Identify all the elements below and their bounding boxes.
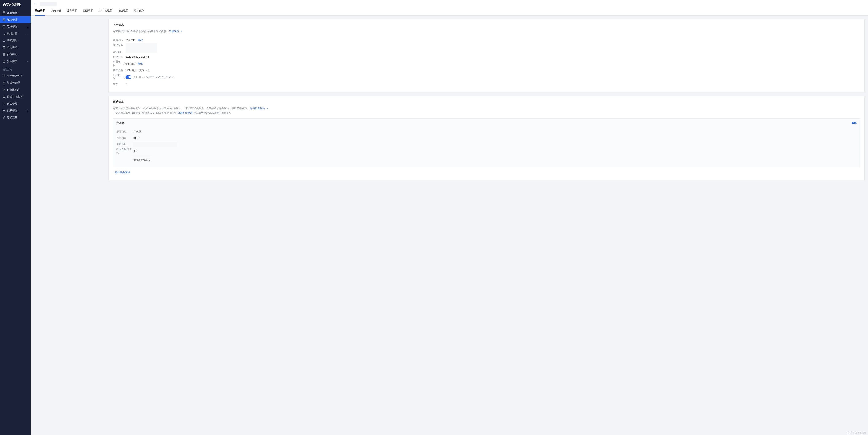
chevron-down-icon: ⌄ bbox=[26, 32, 28, 35]
primary-origin-card: 主源站 编辑 源站类型 COS源 回源协议 HTTP 源站地址 bbox=[113, 118, 860, 167]
origin-type-value: COS源 bbox=[133, 130, 141, 133]
sidebar-item-resource[interactable]: 资源包管理 bbox=[0, 80, 31, 86]
sidebar-item-stats[interactable]: 统计分析 ⌄ bbox=[0, 30, 31, 37]
origin-node-query-link[interactable]: 回源节点查询 bbox=[177, 112, 192, 114]
tab-https[interactable]: HTTPS配置 bbox=[99, 6, 112, 15]
lock-icon bbox=[2, 60, 5, 63]
advanced-origin-expander[interactable]: 高级回源配置 ▸ bbox=[133, 156, 150, 165]
region-modify-link[interactable]: 修改 bbox=[138, 38, 143, 42]
watermark: CSDN @放羊的牧码 bbox=[847, 431, 866, 434]
howto-origin-link[interactable]: 如何设置源站 ↗ bbox=[250, 107, 268, 110]
package-icon bbox=[2, 82, 5, 85]
ipv6-hint: 开启后，支持通过IPv6协议进行访问 bbox=[133, 75, 174, 79]
sidebar-item-label: 诊断工具 bbox=[7, 116, 17, 119]
sidebar-item-cert[interactable]: 证书管理 ⌄ bbox=[0, 23, 31, 30]
row-project: 所属项目i 默认项目 修改 bbox=[113, 60, 860, 67]
sidebar-item-label: 内容合规 bbox=[7, 102, 17, 105]
info-icon[interactable]: i bbox=[146, 69, 149, 72]
row-origin-proto: 回源协议 HTTP bbox=[117, 135, 857, 141]
shield-icon bbox=[2, 25, 5, 28]
tabs: 基础配置 访问控制 缓存配置 回源配置 HTTPS配置 高级配置 图片优化 bbox=[31, 6, 868, 15]
sidebar-group-label: 服务查询 bbox=[0, 65, 31, 72]
tab-image[interactable]: 图片优化 bbox=[134, 6, 144, 15]
svg-rect-13 bbox=[3, 103, 5, 105]
info-icon[interactable]: i bbox=[123, 76, 125, 79]
gauge-icon bbox=[2, 109, 5, 112]
sidebar-item-plugin[interactable]: 插件中心 bbox=[0, 51, 31, 58]
card-title: 基本信息 bbox=[113, 23, 860, 27]
sidebar-item-label: 安全防护 bbox=[7, 60, 17, 63]
sidebar-item-logs[interactable]: 日志服务 bbox=[0, 44, 31, 51]
row-accel-type: 加速类型 CDN 网页小文件 i bbox=[113, 67, 860, 73]
chevron-right-icon: ▸ bbox=[149, 159, 150, 161]
plugin-icon bbox=[2, 53, 5, 56]
tab-access[interactable]: 访问控制 bbox=[51, 6, 61, 15]
sidebar-item-compliance[interactable]: 内容合规 bbox=[0, 100, 31, 107]
chevron-down-icon: ⌄ bbox=[26, 26, 28, 28]
origin-info-card: 源站信息 您可以修改已有源站配置，或添加热备源站（仅支持自有源）。当回源请求失败… bbox=[108, 96, 865, 181]
sidebar-item-ip[interactable]: IP归属查询 bbox=[0, 86, 31, 93]
basic-info-card: 基本信息 您可根据实际业务需求修改域名的基本配置信息。 详细说明 ↗ 加速区域 … bbox=[108, 19, 865, 92]
sidebar-item-netmon[interactable]: 全网状态监控 bbox=[0, 72, 31, 80]
monitor-icon bbox=[2, 74, 5, 77]
sidebar-item-label: 回源节点查询 bbox=[7, 95, 22, 98]
globe-icon bbox=[2, 18, 5, 21]
chevron-down-icon: ⌄ bbox=[26, 110, 28, 112]
add-backup-origin-link[interactable]: + 添加热备源站 bbox=[113, 170, 860, 175]
sidebar-item-label: 刷新预热 bbox=[7, 39, 17, 42]
row-bucket-access: 私有存储桶访问 开启 bbox=[117, 147, 857, 155]
domain-name-redacted bbox=[40, 2, 57, 6]
row-domain-cname: 加速域名 CNAME bbox=[113, 43, 860, 54]
project-modify-link[interactable]: 修改 bbox=[138, 62, 143, 65]
topbar: ← bbox=[31, 0, 868, 6]
row-origin-addr: 源站地址 bbox=[117, 141, 857, 147]
edit-origin-link[interactable]: 编辑 bbox=[851, 121, 857, 125]
file-icon bbox=[2, 46, 5, 49]
card-desc: 您可根据实际业务需求修改域名的基本配置信息。 详细说明 ↗ bbox=[113, 29, 860, 33]
project-value: 默认项目 bbox=[125, 62, 135, 65]
svg-point-8 bbox=[3, 75, 5, 77]
sidebar-item-origin-node[interactable]: 回源节点查询 bbox=[0, 93, 31, 100]
tab-basic[interactable]: 基础配置 bbox=[35, 6, 45, 15]
tab-cache[interactable]: 缓存配置 bbox=[67, 6, 77, 15]
origin-addr-redacted bbox=[133, 142, 177, 147]
svg-point-12 bbox=[4, 97, 5, 98]
sidebar-item-quota[interactable]: 配额管理 ⌄ bbox=[0, 107, 31, 114]
row-region: 加速区域 中国境内 修改 bbox=[113, 37, 860, 43]
detail-link[interactable]: 详细说明 ↗ bbox=[169, 30, 182, 33]
sidebar-item-refresh[interactable]: 刷新预热 bbox=[0, 37, 31, 44]
sidebar-item-domain[interactable]: 域名管理 bbox=[0, 16, 31, 23]
tab-origin[interactable]: 回源配置 bbox=[83, 6, 93, 15]
chart-icon bbox=[2, 32, 5, 35]
card-title: 源站信息 bbox=[113, 100, 860, 104]
svg-rect-7 bbox=[3, 61, 5, 63]
sidebar-item-label: 服务概览 bbox=[7, 11, 17, 14]
sidebar-item-security[interactable]: 安全防护 ⌄ bbox=[0, 58, 31, 65]
svg-point-11 bbox=[3, 97, 4, 98]
sidebar-item-overview[interactable]: 服务概览 bbox=[0, 9, 31, 16]
svg-rect-5 bbox=[3, 46, 5, 49]
svg-rect-2 bbox=[3, 13, 4, 14]
node-icon bbox=[2, 95, 5, 98]
row-created: 创建时间 2023-10-31 23:26:44 bbox=[113, 54, 860, 60]
sidebar-item-label: 资源包管理 bbox=[7, 81, 20, 85]
bucket-value: 开启 bbox=[133, 149, 138, 153]
wrench-icon bbox=[2, 116, 5, 119]
svg-rect-3 bbox=[4, 13, 5, 14]
sidebar-item-label: 统计分析 bbox=[7, 32, 17, 35]
sidebar-item-diag[interactable]: 诊断工具 bbox=[0, 114, 31, 121]
sidebar-item-label: 日志服务 bbox=[7, 46, 17, 49]
row-ipv6: IPv6访问i 开启后，支持通过IPv6协议进行访问 bbox=[113, 73, 860, 81]
external-link-icon: ↗ bbox=[266, 107, 268, 110]
svg-rect-0 bbox=[3, 11, 4, 12]
region-value: 中国境内 bbox=[125, 38, 135, 42]
chevron-down-icon: ⌄ bbox=[26, 60, 28, 63]
sidebar-item-label: 配额管理 bbox=[7, 109, 17, 113]
back-arrow-icon[interactable]: ← bbox=[34, 2, 37, 6]
ipv6-toggle[interactable] bbox=[125, 75, 131, 79]
tab-advanced[interactable]: 高级配置 bbox=[118, 6, 128, 15]
edit-tag-icon[interactable]: ✎ bbox=[125, 82, 128, 85]
sidebar-item-label: 全网状态监控 bbox=[7, 74, 22, 78]
info-icon[interactable]: i bbox=[123, 62, 125, 65]
svg-rect-9 bbox=[3, 89, 5, 91]
